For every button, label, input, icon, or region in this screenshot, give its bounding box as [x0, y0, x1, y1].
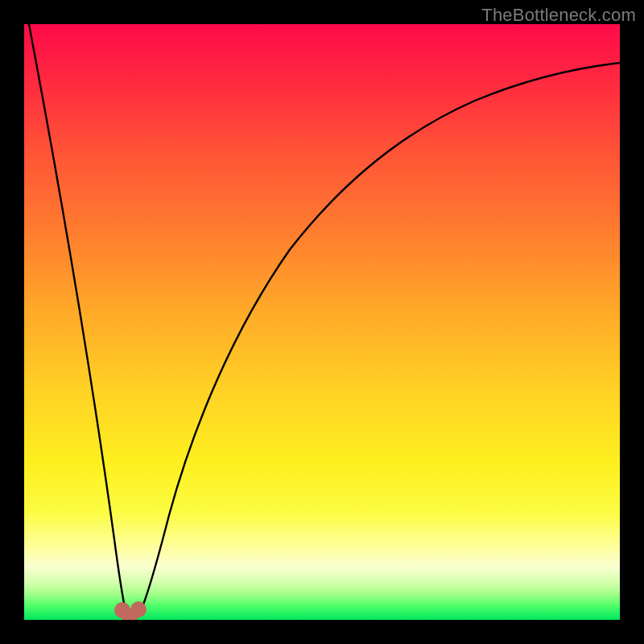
marker-range-arc — [122, 609, 138, 615]
bottleneck-curve — [29, 24, 620, 619]
bottleneck-curve-svg — [24, 24, 620, 620]
watermark-text: TheBottleneck.com — [481, 5, 636, 26]
plot-area — [24, 24, 620, 620]
chart-frame: TheBottleneck.com — [0, 0, 644, 644]
